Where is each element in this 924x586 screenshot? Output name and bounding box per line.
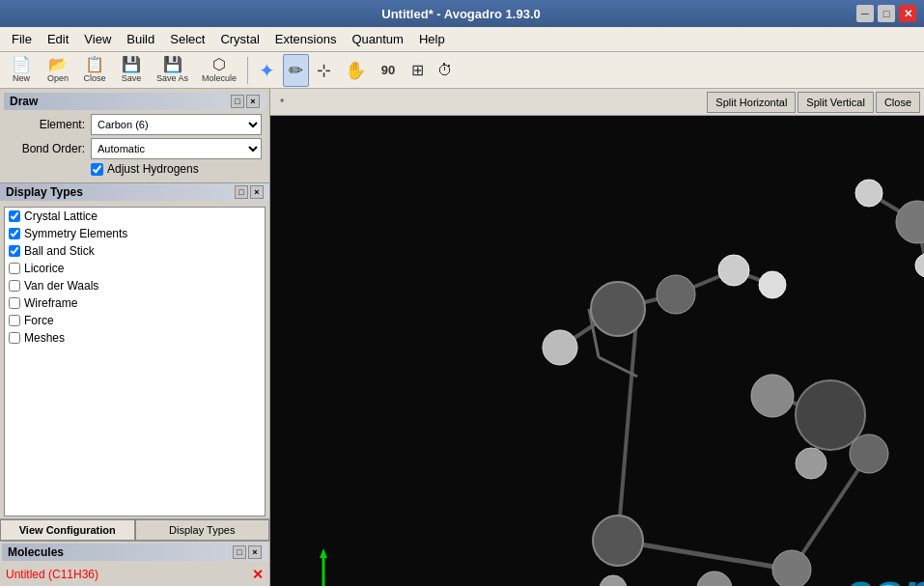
view-configuration-button[interactable]: View Configuration xyxy=(0,519,135,541)
display-type-licorice[interactable]: Licorice xyxy=(5,260,265,277)
minimize-button[interactable]: ─ xyxy=(856,5,874,22)
bond-order-select[interactable]: Automatic Single Double Triple xyxy=(91,138,262,159)
molecule-item-untitled[interactable]: Untitled (C11H36) ✕ xyxy=(2,565,267,584)
open-label: Open xyxy=(47,73,69,83)
draw-section: Draw □ × Element: Carbon (6) Hydrogen (1… xyxy=(0,89,269,183)
tool-rotate[interactable]: ✋ xyxy=(339,54,372,87)
new-icon: 📄 xyxy=(12,57,31,72)
tool-draw[interactable]: ✏ xyxy=(283,54,309,87)
maximize-button[interactable]: □ xyxy=(878,5,895,22)
view-config-bar: View Configuration Display Types xyxy=(0,518,269,541)
symmetry-elements-checkbox[interactable] xyxy=(9,228,20,239)
display-types-float-icon[interactable]: □ xyxy=(235,185,248,199)
menu-crystal[interactable]: Crystal xyxy=(212,29,266,49)
rotate-icon: ✋ xyxy=(345,62,366,79)
draw-close-icon[interactable]: × xyxy=(246,95,260,108)
new-button[interactable]: 📄 New xyxy=(4,54,39,87)
display-type-van-der-waals[interactable]: Van der Waals xyxy=(5,277,265,294)
display-type-meshes[interactable]: Meshes xyxy=(5,329,265,347)
wireframe-checkbox[interactable] xyxy=(9,297,20,309)
adjust-hydrogens-checkbox[interactable] xyxy=(91,163,103,176)
wireframe-label: Wireframe xyxy=(24,296,77,310)
viewport-close-button[interactable]: Close xyxy=(876,92,920,113)
align-icon: 90 xyxy=(381,64,395,76)
window-title: Untitled* - Avogadro 1.93.0 xyxy=(66,7,856,21)
viewport-canvas[interactable]: connect xyxy=(270,116,924,586)
tool-align[interactable]: 90 xyxy=(374,54,403,87)
tool-animate[interactable]: ⏱ xyxy=(432,54,459,87)
element-row: Element: Carbon (6) Hydrogen (1) Nitroge… xyxy=(8,114,262,135)
toolbar: 📄 New 📂 Open 📋 Close 💾 Save 💾 Save As ⬡ … xyxy=(0,52,924,89)
svg-point-46 xyxy=(772,550,811,586)
menu-extensions[interactable]: Extensions xyxy=(267,29,345,49)
select-icon: ⊹ xyxy=(317,62,331,79)
tool-measure[interactable]: ⊞ xyxy=(405,54,430,87)
molecules-section: Molecules □ × Untitled (C11H36) ✕ xyxy=(0,541,269,586)
animate-icon: ⏱ xyxy=(437,63,453,78)
meshes-checkbox[interactable] xyxy=(9,332,20,344)
split-vertical-button[interactable]: Split Vertical xyxy=(798,92,874,113)
van-der-waals-label: Van der Waals xyxy=(24,279,98,293)
molecules-header-icons: □ × xyxy=(233,545,262,559)
menu-build[interactable]: Build xyxy=(119,29,162,49)
menu-view[interactable]: View xyxy=(76,29,119,49)
save-icon: 💾 xyxy=(122,57,141,72)
display-type-force[interactable]: Force xyxy=(5,312,265,329)
menu-edit[interactable]: Edit xyxy=(40,29,76,49)
menu-file[interactable]: File xyxy=(4,29,40,49)
force-checkbox[interactable] xyxy=(9,315,20,326)
display-type-wireframe[interactable]: Wireframe xyxy=(5,294,265,312)
draw-title: Draw xyxy=(10,95,38,108)
molecule-label: Molecule xyxy=(202,73,237,83)
display-types-title: Display Types xyxy=(6,185,83,199)
van-der-waals-checkbox[interactable] xyxy=(9,280,20,292)
tool-navigate[interactable]: ✦ xyxy=(253,54,281,87)
ball-and-stick-checkbox[interactable] xyxy=(9,245,20,257)
licorice-checkbox[interactable] xyxy=(9,263,20,274)
toolbar-separator-1 xyxy=(247,57,248,84)
draw-panel-icons: □ × xyxy=(231,95,260,108)
bond-order-row: Bond Order: Automatic Single Double Trip… xyxy=(8,138,262,159)
new-label: New xyxy=(13,73,30,83)
viewport: * Split Horizontal Split Vertical Close xyxy=(270,89,924,586)
split-horizontal-button[interactable]: Split Horizontal xyxy=(707,92,796,113)
draw-float-icon[interactable]: □ xyxy=(231,95,244,108)
svg-point-26 xyxy=(855,180,882,207)
main-area: Draw □ × Element: Carbon (6) Hydrogen (1… xyxy=(0,89,924,586)
molecules-close-icon[interactable]: × xyxy=(248,545,262,559)
close-file-button[interactable]: 📋 Close xyxy=(77,54,112,87)
menu-select[interactable]: Select xyxy=(162,29,212,49)
svg-point-39 xyxy=(796,448,826,479)
open-button[interactable]: 📂 Open xyxy=(41,54,75,87)
display-type-crystal-lattice[interactable]: Crystal Lattice xyxy=(5,208,265,225)
menu-quantum[interactable]: Quantum xyxy=(344,29,410,49)
draw-panel-header: Draw □ × xyxy=(4,93,266,110)
svg-point-31 xyxy=(591,282,645,336)
menu-bar: File Edit View Build Select Crystal Exte… xyxy=(0,27,924,52)
display-types-button[interactable]: Display Types xyxy=(135,519,270,541)
svg-point-36 xyxy=(796,380,865,450)
close-file-label: Close xyxy=(83,73,105,83)
molecule-delete-button[interactable]: ✕ xyxy=(252,567,264,582)
molecule-button[interactable]: ⬡ Molecule xyxy=(196,54,242,87)
measure-icon: ⊞ xyxy=(411,63,424,78)
menu-help[interactable]: Help xyxy=(411,29,453,49)
molecules-float-icon[interactable]: □ xyxy=(233,545,246,559)
molecules-header: Molecules □ × xyxy=(2,544,267,561)
display-type-ball-and-stick[interactable]: Ball and Stick xyxy=(5,242,265,260)
close-file-icon: 📋 xyxy=(85,57,104,72)
tool-select[interactable]: ⊹ xyxy=(311,54,337,87)
save-button[interactable]: 💾 Save xyxy=(114,54,149,87)
display-types-close-icon[interactable]: × xyxy=(250,185,264,199)
viewport-tab: * xyxy=(274,95,290,110)
element-select[interactable]: Carbon (6) Hydrogen (1) Nitrogen (7) Oxy… xyxy=(91,114,262,135)
close-button[interactable]: ✕ xyxy=(899,5,916,22)
molecules-title: Molecules xyxy=(8,545,64,559)
display-type-symmetry-elements[interactable]: Symmetry Elements xyxy=(5,225,265,242)
saveas-button[interactable]: 💾 Save As xyxy=(151,54,194,87)
svg-point-37 xyxy=(850,434,888,473)
crystal-lattice-checkbox[interactable] xyxy=(9,210,20,222)
svg-text:connect: connect xyxy=(845,563,924,586)
title-bar: Untitled* - Avogadro 1.93.0 ─ □ ✕ xyxy=(0,0,924,27)
crystal-lattice-label: Crystal Lattice xyxy=(24,209,98,223)
